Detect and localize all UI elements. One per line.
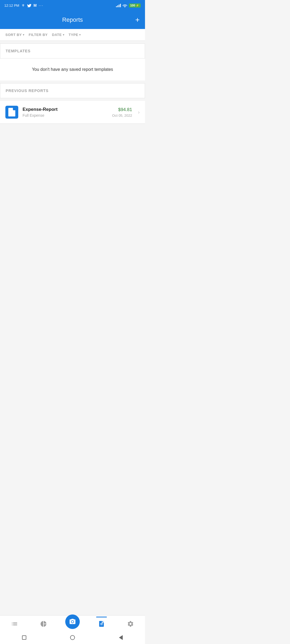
sort-by-filter[interactable]: SORT BY ▾ <box>5 33 24 37</box>
report-list-item[interactable]: Expense-Report Full Expense $94.81 Oct 0… <box>0 101 145 124</box>
report-type: Full Expense <box>23 113 108 118</box>
templates-section-title: TEMPLATES <box>6 49 31 53</box>
report-name: Expense-Report <box>23 107 108 112</box>
gmail-icon: M <box>34 3 37 8</box>
more-dots: ··· <box>39 3 44 8</box>
report-date: Oct 05, 2022 <box>112 114 132 118</box>
battery-icon: 100 ⚡ <box>129 3 141 8</box>
report-icon-container <box>5 106 18 119</box>
date-chevron-icon: ▾ <box>63 33 64 36</box>
notification-icon-1: ⚜ <box>21 3 25 8</box>
filter-by-filter[interactable]: FILTER BY <box>29 33 48 37</box>
page-header: Reports + <box>0 11 145 29</box>
add-report-button[interactable]: + <box>135 16 140 24</box>
report-amount: $94.81 <box>118 107 132 112</box>
chevron-right-icon: › <box>138 109 140 115</box>
filter-bar: SORT BY ▾ FILTER BY DATE ▾ TYPE ▾ <box>0 29 145 41</box>
page-title: Reports <box>62 16 83 23</box>
report-meta: $94.81 Oct 05, 2022 <box>112 107 132 118</box>
status-bar: 12:12 PM ⚜ M ··· 100 ⚡ <box>0 0 145 11</box>
report-info: Expense-Report Full Expense <box>23 107 108 118</box>
date-filter[interactable]: DATE ▾ <box>52 33 64 37</box>
type-chevron-icon: ▾ <box>79 33 81 36</box>
wifi-icon <box>122 3 127 7</box>
twitter-icon <box>27 3 31 7</box>
templates-section-header: TEMPLATES <box>0 43 145 58</box>
type-filter[interactable]: TYPE ▾ <box>68 33 81 37</box>
templates-empty-state: You don't have any saved report template… <box>0 58 145 80</box>
time-display: 12:12 PM <box>4 3 19 8</box>
sort-chevron-icon: ▾ <box>23 33 24 36</box>
document-icon <box>8 108 15 116</box>
templates-empty-message: You don't have any saved report template… <box>32 67 113 72</box>
previous-reports-title: PREVIOUS REPORTS <box>6 89 49 93</box>
previous-reports-section-header: PREVIOUS REPORTS <box>0 83 145 98</box>
signal-icon <box>116 3 121 7</box>
